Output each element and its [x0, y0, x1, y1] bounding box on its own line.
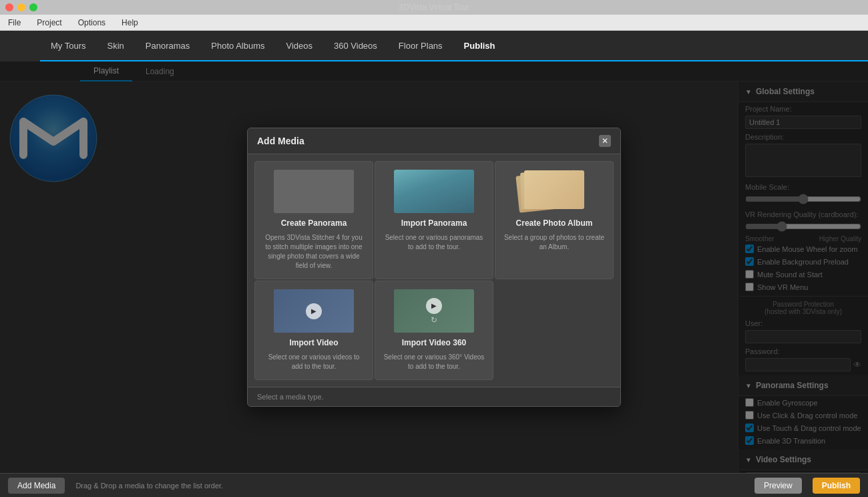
bottom-hint-text: Drag & Drop a media to change the list o… [75, 482, 223, 490]
import-video-thumb: ▶ [274, 289, 354, 333]
nav-360-videos[interactable]: 360 Videos [323, 30, 388, 61]
rotate-360-icon: ↻ [431, 315, 437, 325]
modal-overlay[interactable]: Add Media ✕ Create Panorama Opens 3DVist… [0, 61, 868, 473]
play-360-icon: ▶ [426, 298, 442, 314]
import-video-360-title: Import Video 360 [402, 338, 466, 347]
media-option-import-video[interactable]: ▶ Import Video Select one or various vid… [254, 281, 373, 380]
nav-videos[interactable]: Videos [276, 30, 324, 61]
title-bar: 3DVista Virtual Tour [0, 0, 868, 15]
create-panorama-thumb [274, 170, 354, 213]
video-360-thumb-inner: ▶ ↻ [394, 289, 474, 333]
create-panorama-desc: Opens 3DVista Stitcher 4 for you to stit… [263, 233, 365, 271]
media-option-import-panorama[interactable]: Import Panorama Select one or various pa… [375, 161, 493, 279]
nav-panoramas[interactable]: Panoramas [135, 30, 200, 61]
import-panorama-desc: Select one or various panoramas to add t… [383, 233, 485, 252]
title-bar-text: 3DVista Virtual Tour [399, 3, 469, 12]
add-media-modal: Add Media ✕ Create Panorama Opens 3DVist… [247, 128, 621, 407]
nav-my-tours[interactable]: My Tours [40, 30, 97, 61]
menu-options[interactable]: Options [75, 17, 108, 29]
nav-skin[interactable]: Skin [97, 30, 135, 61]
create-photo-album-thumb [514, 170, 594, 213]
menu-bar: File Project Options Help [0, 15, 868, 31]
photo-card-front [524, 170, 584, 209]
maximize-button[interactable] [29, 3, 37, 11]
import-video-360-desc: Select one or various 360° Videos to add… [383, 353, 485, 371]
video-360-icon-group: ▶ ↻ [426, 298, 442, 325]
modal-footer-text: Select a media type. [257, 393, 324, 401]
nav-photo-albums[interactable]: Photo Albums [200, 30, 275, 61]
window-controls [5, 3, 37, 11]
modal-footer: Select a media type. [248, 387, 620, 406]
nav-floor-plans[interactable]: Floor Plans [388, 30, 453, 61]
close-button[interactable] [5, 3, 13, 11]
play-button-icon: ▶ [306, 303, 322, 319]
modal-close-button[interactable]: ✕ [599, 135, 611, 147]
nav-bar: My Tours Skin Panoramas Photo Albums Vid… [0, 31, 868, 61]
menu-project[interactable]: Project [34, 17, 64, 29]
menu-file[interactable]: File [5, 17, 23, 29]
preview-button[interactable]: Preview [754, 478, 802, 494]
import-panorama-thumb [394, 170, 474, 213]
add-media-button[interactable]: Add Media [8, 478, 65, 494]
video-thumb-inner: ▶ [274, 289, 354, 333]
app-logo-nav [0, 31, 40, 61]
bottom-bar: Add Media Drag & Drop a media to change … [0, 473, 868, 497]
menu-help[interactable]: Help [119, 17, 141, 29]
modal-grid: Create Panorama Opens 3DVista Stitcher 4… [248, 154, 620, 387]
media-option-create-photo-album[interactable]: Create Photo Album Select a group of pho… [495, 161, 614, 279]
pano-thumb-multi [312, 170, 315, 213]
publish-button[interactable]: Publish [813, 478, 860, 494]
create-photo-album-desc: Select a group of photos to create an Al… [503, 233, 605, 252]
minimize-button[interactable] [17, 3, 25, 11]
create-panorama-title: Create Panorama [281, 218, 347, 228]
create-photo-album-title: Create Photo Album [516, 218, 593, 228]
nav-publish[interactable]: Publish [453, 31, 506, 61]
modal-title: Add Media [257, 136, 304, 146]
import-video-desc: Select one or various videos to add to t… [263, 353, 365, 371]
media-option-import-video-360[interactable]: ▶ ↻ Import Video 360 Select one or vario… [375, 281, 493, 380]
media-option-create-panorama[interactable]: Create Panorama Opens 3DVista Stitcher 4… [254, 161, 373, 279]
modal-header: Add Media ✕ [248, 128, 620, 154]
import-video-360-thumb: ▶ ↻ [394, 289, 474, 333]
import-panorama-title: Import Panorama [401, 218, 467, 228]
pano-thumb-single [394, 170, 474, 213]
import-video-title: Import Video [289, 338, 338, 347]
